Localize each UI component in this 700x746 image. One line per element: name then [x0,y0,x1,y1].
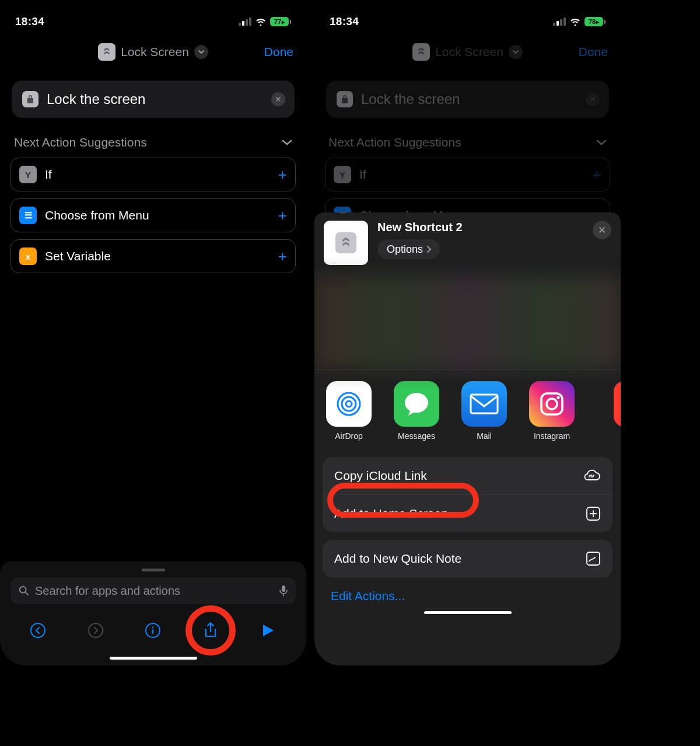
mail-icon [461,381,507,427]
svg-point-3 [89,623,103,637]
done-button: Done [579,45,608,59]
share-action-row[interactable]: Copy iCloud Link [323,457,612,494]
undo-button[interactable] [23,616,52,645]
plus-square-icon [586,506,601,521]
drag-handle[interactable] [142,569,165,571]
status-time: 18:34 [330,15,359,28]
chevron-down-icon [596,139,607,146]
app-label: AirDrop [335,431,362,441]
shortcut-thumbnail [324,221,368,265]
share-action-row[interactable]: Add to Home Screen [323,494,612,532]
editor-header: Lock Screen Done [0,35,306,69]
status-time: 18:34 [15,15,44,28]
svg-point-7 [346,401,352,407]
status-bar: 18:34 77▸ [0,0,306,35]
share-actions-group-1: Copy iCloud LinkAdd to Home Screen [323,457,612,532]
header-title: Lock Screen [121,45,189,59]
mic-icon[interactable] [279,585,288,597]
options-button[interactable]: Options [377,239,440,259]
lock-icon [22,91,38,107]
wifi-icon [256,18,266,26]
suggestions-list: YIf+☰Choose from Menu+xSet Variable+ [0,158,306,273]
action-title: Lock the screen [361,91,460,107]
wifi-icon [570,18,580,26]
home-indicator[interactable] [110,657,197,660]
suggestion-item: YIf+ [325,158,610,191]
chevron-down-icon [282,139,292,146]
close-button[interactable]: ✕ [593,221,611,239]
action-label: Add to New Quick Note [334,552,461,566]
suggestion-icon: x [19,247,37,265]
title-group[interactable]: Lock Screen [98,43,208,61]
bottom-shelf: Search for apps and actions [0,562,306,665]
lock-icon [337,91,353,107]
play-button[interactable] [254,616,283,645]
info-button[interactable] [138,616,167,645]
share-button[interactable] [196,616,225,645]
chevron-down-icon[interactable] [194,45,208,59]
add-suggestion-button[interactable]: + [278,247,287,266]
svg-point-13 [547,399,557,409]
app-icon-partial [614,381,621,427]
app-label: Messages [398,431,435,441]
svg-point-14 [557,396,560,399]
svg-point-8 [342,397,356,411]
add-suggestion-button: + [593,166,601,184]
svg-point-0 [20,587,26,593]
chevron-down-icon [509,45,523,59]
shortcut-icon [335,232,356,253]
action-label: Copy iCloud Link [334,469,427,483]
svg-rect-6 [152,629,153,634]
suggestion-item[interactable]: xSet Variable+ [10,239,296,273]
share-app[interactable]: Mail [460,381,508,441]
suggestions-header-label: Next Action Suggestions [14,135,147,149]
share-app[interactable]: Instagram [528,381,576,441]
edit-actions-link[interactable]: Edit Actions... [314,577,621,603]
suggestions-header: Next Action Suggestions [314,118,621,158]
airdrop-icon [326,381,372,427]
clear-action-button[interactable]: ✕ [271,92,285,106]
battery-icon: 77▸ [270,17,291,26]
redo-button [81,616,110,645]
shortcut-icon [412,43,430,61]
app-label: Mail [477,431,492,441]
action-title: Lock the screen [47,91,145,107]
home-indicator[interactable] [424,611,512,614]
share-app[interactable]: Messages [393,381,440,441]
share-action-row[interactable]: Add to New Quick Note [323,540,612,577]
svg-rect-11 [471,395,498,413]
search-icon [19,585,29,596]
battery-icon: 78▸ [584,17,606,26]
suggestion-label: If [359,168,366,182]
phone-left: 18:34 77▸ Lock Screen Done L [0,0,306,665]
suggestion-item[interactable]: ☰Choose from Menu+ [10,198,296,232]
phone-right: 18:34 78▸ Lock Screen Done L [314,0,621,665]
share-sheet: New Shortcut 2 Options ✕ AirDropMessages… [314,212,621,665]
suggestion-icon: Y [19,166,37,183]
messages-icon [394,381,439,427]
suggestion-icon: Y [334,166,351,183]
editor-toolbar [0,604,306,651]
suggestion-icon: ☰ [19,207,37,224]
add-suggestion-button[interactable]: + [278,166,287,184]
suggestions-header[interactable]: Next Action Suggestions [0,118,306,158]
search-input[interactable]: Search for apps and actions [10,577,296,604]
share-app[interactable]: AirDrop [325,381,373,441]
editor-header: Lock Screen Done [314,35,621,69]
suggestion-item[interactable]: YIf+ [10,158,296,191]
add-suggestion-button[interactable]: + [278,207,287,225]
sheet-header: New Shortcut 2 Options ✕ [314,212,621,273]
share-app[interactable] [596,381,621,441]
title-group: Lock Screen [412,43,523,61]
app-label: Instagram [534,431,570,441]
suggestion-label: Set Variable [45,249,111,263]
done-button[interactable]: Done [264,45,293,59]
share-contacts-row[interactable] [314,277,621,369]
share-actions-group-2: Add to New Quick Note [323,540,612,577]
action-card[interactable]: Lock the screen ✕ [12,81,295,118]
sheet-title: New Shortcut 2 [377,221,463,234]
status-icons: 77▸ [239,17,291,26]
signal-icon [239,18,251,26]
svg-rect-1 [282,585,285,592]
search-placeholder: Search for apps and actions [35,584,180,598]
